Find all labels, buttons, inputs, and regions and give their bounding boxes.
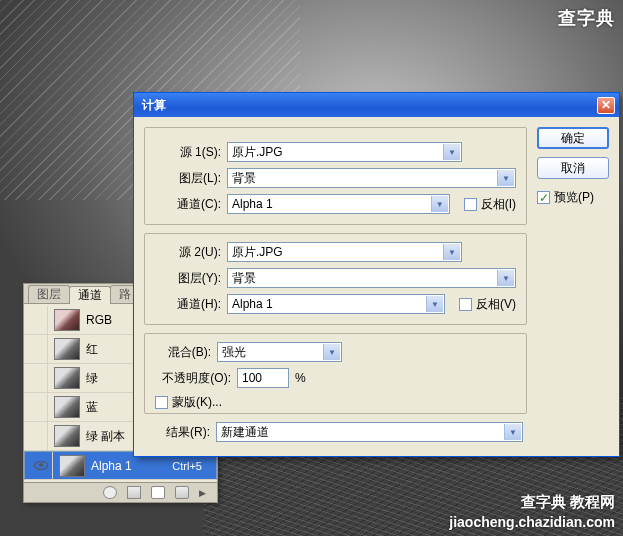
opacity-input[interactable]: 100 xyxy=(237,368,289,388)
dialog-titlebar[interactable]: 计算 ✕ xyxy=(134,93,619,117)
chevron-down-icon: ▼ xyxy=(431,196,448,212)
source2-layer-label: 图层(Y): xyxy=(155,270,227,287)
visibility-toggle[interactable] xyxy=(24,364,48,392)
panel-menu-icon[interactable]: ▶ xyxy=(199,488,209,498)
calculations-dialog: 计算 ✕ 源 1(S): 原片.JPG▼ 图层(L): 背景▼ 通道(C): A… xyxy=(133,92,620,457)
chevron-down-icon: ▼ xyxy=(497,170,514,186)
chevron-down-icon: ▼ xyxy=(504,424,521,440)
save-selection-icon[interactable] xyxy=(127,486,141,499)
source2-label: 源 2(U): xyxy=(155,244,227,261)
chevron-down-icon: ▼ xyxy=(443,144,460,160)
blend-mode-select[interactable]: 强光▼ xyxy=(217,342,342,362)
source2-file-value: 原片.JPG xyxy=(232,244,283,261)
visibility-toggle[interactable] xyxy=(24,393,48,421)
tab-channels[interactable]: 通道 xyxy=(69,286,111,304)
tab-layers[interactable]: 图层 xyxy=(28,285,70,303)
opacity-pct: % xyxy=(295,371,306,385)
source1-channel-select[interactable]: Alpha 1▼ xyxy=(227,194,450,214)
result-label: 结果(R): xyxy=(144,424,216,441)
visibility-toggle[interactable] xyxy=(24,422,48,450)
source1-file-value: 原片.JPG xyxy=(232,144,283,161)
source1-invert-label: 反相(I) xyxy=(481,196,516,213)
channel-thumb xyxy=(59,455,85,477)
source1-layer-select[interactable]: 背景▼ xyxy=(227,168,516,188)
delete-channel-icon[interactable] xyxy=(175,486,189,499)
blend-label: 混合(B): xyxy=(145,344,217,361)
watermark-mid: 查字典 教程网 xyxy=(521,493,615,512)
channel-thumb xyxy=(54,338,80,360)
channel-thumb xyxy=(54,367,80,389)
source2-layer-select[interactable]: 背景▼ xyxy=(227,268,516,288)
source2-layer-value: 背景 xyxy=(232,270,256,287)
dialog-title: 计算 xyxy=(138,97,166,114)
opacity-label: 不透明度(O): xyxy=(145,370,237,387)
check-icon: ✓ xyxy=(539,191,549,205)
new-channel-icon[interactable] xyxy=(151,486,165,499)
source2-channel-label: 通道(H): xyxy=(155,296,227,313)
source1-group: 源 1(S): 原片.JPG▼ 图层(L): 背景▼ 通道(C): Alpha … xyxy=(144,127,527,225)
visibility-toggle[interactable] xyxy=(29,452,53,479)
source1-layer-value: 背景 xyxy=(232,170,256,187)
source1-channel-label: 通道(C): xyxy=(155,196,227,213)
channel-thumb xyxy=(54,425,80,447)
preview-label: 预览(P) xyxy=(554,189,594,206)
preview-checkbox[interactable]: ✓ xyxy=(537,191,550,204)
opacity-value: 100 xyxy=(242,371,262,385)
watermark-bottom: jiaocheng.chazidian.com xyxy=(449,514,615,530)
blend-group: 混合(B): 强光▼ 不透明度(O): 100 % 蒙版(K)... xyxy=(144,333,527,414)
source2-invert-label: 反相(V) xyxy=(476,296,516,313)
visibility-toggle[interactable] xyxy=(24,306,48,334)
source1-channel-value: Alpha 1 xyxy=(232,197,273,211)
source1-label: 源 1(S): xyxy=(155,144,227,161)
source2-group: 源 2(U): 原片.JPG▼ 图层(Y): 背景▼ 通道(H): Alpha … xyxy=(144,233,527,325)
source1-layer-label: 图层(L): xyxy=(155,170,227,187)
chevron-down-icon: ▼ xyxy=(443,244,460,260)
load-selection-icon[interactable] xyxy=(103,486,117,499)
source2-channel-value: Alpha 1 xyxy=(232,297,273,311)
eye-icon xyxy=(34,461,48,470)
chevron-down-icon: ▼ xyxy=(426,296,443,312)
channel-thumb xyxy=(54,309,80,331)
cancel-button[interactable]: 取消 xyxy=(537,157,609,179)
channel-shortcut: Ctrl+5 xyxy=(172,460,212,472)
source1-file-select[interactable]: 原片.JPG▼ xyxy=(227,142,462,162)
blend-mode-value: 强光 xyxy=(222,344,246,361)
watermark-top: 查字典 xyxy=(558,6,615,30)
channel-thumb xyxy=(54,396,80,418)
panel-footer: ▶ xyxy=(24,482,217,502)
close-icon: ✕ xyxy=(601,99,611,111)
close-button[interactable]: ✕ xyxy=(597,97,615,114)
result-select[interactable]: 新建通道▼ xyxy=(216,422,523,442)
chevron-down-icon: ▼ xyxy=(497,270,514,286)
source2-channel-select[interactable]: Alpha 1▼ xyxy=(227,294,445,314)
source2-invert-checkbox[interactable] xyxy=(459,298,472,311)
source1-invert-checkbox[interactable] xyxy=(464,198,477,211)
result-value: 新建通道 xyxy=(221,424,269,441)
ok-button[interactable]: 确定 xyxy=(537,127,609,149)
source2-file-select[interactable]: 原片.JPG▼ xyxy=(227,242,462,262)
mask-label: 蒙版(K)... xyxy=(172,394,222,411)
visibility-toggle[interactable] xyxy=(24,335,48,363)
mask-checkbox[interactable] xyxy=(155,396,168,409)
chevron-down-icon: ▼ xyxy=(323,344,340,360)
channel-name: Alpha 1 xyxy=(91,459,172,473)
